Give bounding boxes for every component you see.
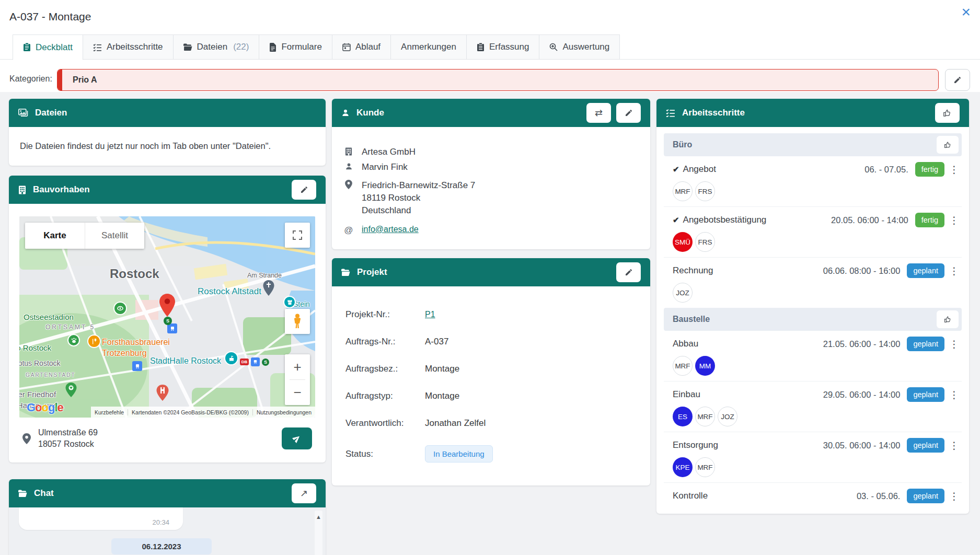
folder-open-icon bbox=[341, 269, 350, 276]
clipboard-icon bbox=[23, 43, 31, 52]
section-title: Büro bbox=[673, 140, 692, 149]
projekt-nr-link[interactable]: P1 bbox=[425, 310, 435, 319]
google-logo[interactable]: Google bbox=[27, 401, 63, 414]
kunde-card-header: Kunde ⇄ bbox=[332, 99, 650, 127]
card-title: Arbeitsschritte bbox=[682, 108, 745, 118]
customer-company: Artesa GmbH bbox=[362, 147, 416, 157]
field-value: Jonathan Zelfel bbox=[425, 418, 486, 429]
destination-pin-icon[interactable] bbox=[159, 294, 175, 319]
step-menu-icon[interactable]: ⋮ bbox=[949, 265, 959, 277]
calendar-icon bbox=[342, 43, 351, 51]
swap-icon: ⇄ bbox=[595, 107, 603, 119]
step-menu-icon[interactable]: ⋮ bbox=[949, 440, 959, 452]
clipboard-list-icon bbox=[477, 43, 485, 52]
step-menu-icon[interactable]: ⋮ bbox=[949, 389, 959, 401]
chat-message-list[interactable]: 20:34 06.12.2023 ▲ bbox=[9, 507, 326, 555]
check-icon: ✔ bbox=[673, 165, 679, 174]
folder-icon bbox=[183, 43, 192, 51]
step-menu-icon[interactable]: ⋮ bbox=[949, 490, 959, 502]
castle-poi-icon[interactable] bbox=[283, 296, 296, 308]
projekt-edit-button[interactable] bbox=[616, 262, 641, 282]
card-title: Chat bbox=[34, 488, 54, 499]
zoom-out-button[interactable]: − bbox=[285, 380, 310, 405]
restaurant-poi-icon[interactable] bbox=[87, 334, 101, 348]
chat-card: Chat ↗ 20:34 06.12.2023 ▲ bbox=[9, 479, 326, 555]
avatar: FRS bbox=[695, 181, 715, 201]
step-menu-icon[interactable]: ⋮ bbox=[949, 338, 959, 350]
approve-all-button[interactable] bbox=[935, 103, 960, 123]
map-type-karte-button[interactable]: Karte bbox=[25, 223, 85, 249]
assignee-avatars: MRF FRS bbox=[673, 181, 959, 201]
status-badge: geplant bbox=[907, 263, 944, 278]
map-label-brauerei: Forsthausbrauerei Trotzenburg bbox=[102, 337, 170, 359]
step-menu-icon[interactable]: ⋮ bbox=[949, 164, 959, 176]
tab-formulare[interactable]: Formulare bbox=[259, 34, 332, 60]
card-title: Projekt bbox=[357, 267, 387, 278]
tab-auswertung[interactable]: Auswertung bbox=[539, 34, 620, 60]
kategorien-value-pill[interactable]: Prio A bbox=[57, 69, 939, 91]
map-data-attribution: Kartendaten ©2024 GeoBasis-DE/BKG (©2009… bbox=[128, 409, 252, 415]
fullscreen-icon[interactable] bbox=[285, 223, 310, 248]
bauvorhaben-edit-button[interactable] bbox=[292, 180, 316, 200]
tab-dateien[interactable]: Dateien (22) bbox=[173, 34, 260, 60]
chat-message-bubble: 20:34 bbox=[19, 507, 183, 530]
thumbs-up-icon bbox=[943, 109, 952, 118]
chat-expand-button[interactable]: ↗ bbox=[292, 483, 316, 503]
step-menu-icon[interactable]: ⋮ bbox=[949, 214, 959, 226]
assignee-avatars: KPE MRF bbox=[673, 457, 959, 477]
step-date: 21.05. 06:00 - 14:00 bbox=[823, 339, 901, 349]
avatar: FRS bbox=[695, 232, 715, 252]
tab-ablauf[interactable]: Ablauf bbox=[332, 34, 391, 60]
projekt-row-auftrag-nr: Auftrags-Nr.: A-037 bbox=[345, 337, 637, 347]
avatar: JOZ bbox=[673, 283, 693, 303]
kategorien-edit-button[interactable] bbox=[945, 69, 970, 91]
map-type-satellit-button[interactable]: Satellit bbox=[85, 223, 144, 249]
map-terms-link[interactable]: Nutzungsbedingungen bbox=[252, 409, 315, 415]
hospital-pin-icon bbox=[156, 385, 169, 403]
transit-station-icon[interactable] bbox=[132, 361, 142, 371]
tab-arbeitsschritte[interactable]: Arbeitsschritte bbox=[83, 34, 174, 60]
bauvorhaben-card-header: Bauvorhaben bbox=[9, 176, 326, 204]
approve-section-button[interactable] bbox=[937, 310, 959, 328]
tab-deckblatt[interactable]: Deckblatt bbox=[13, 34, 83, 60]
tab-anmerkungen[interactable]: Anmerkungen bbox=[390, 34, 467, 60]
sbahn-icon[interactable]: S bbox=[262, 359, 269, 366]
avatar: MRF bbox=[673, 356, 693, 376]
approve-section-button[interactable] bbox=[937, 136, 959, 154]
map-canvas[interactable]: Rostock Rostock Altstadt Am Strande Stei… bbox=[19, 216, 315, 418]
customer-email-link[interactable]: info@artesa.de bbox=[362, 225, 419, 234]
step-date: 30.05. 06:00 - 14:00 bbox=[823, 441, 901, 450]
kunde-switch-button[interactable]: ⇄ bbox=[586, 103, 611, 123]
thumbs-up-icon bbox=[944, 141, 952, 149]
close-icon[interactable]: × bbox=[961, 4, 971, 20]
stadthalle-poi-icon[interactable] bbox=[224, 351, 238, 365]
bauvorhaben-card: Bauvorhaben bbox=[9, 176, 326, 462]
section-baustelle: Baustelle bbox=[664, 308, 962, 331]
map-label-zoo: oo Rostock bbox=[19, 343, 51, 352]
projekt-card: Projekt Projekt-Nr.: P1 Auftrags-Nr.: A-… bbox=[332, 258, 650, 485]
transit-station-icon[interactable] bbox=[251, 357, 260, 366]
navigate-button[interactable] bbox=[282, 427, 312, 449]
step-row-abbau: Abbau 21.05. 06:00 - 14:00 geplant ⋮ MRF… bbox=[664, 331, 962, 381]
zoo-paw-poi-icon[interactable] bbox=[67, 334, 80, 346]
kunde-edit-button[interactable] bbox=[616, 103, 641, 123]
chat-scrollbar[interactable]: ▲ bbox=[315, 511, 322, 555]
pegman-icon[interactable] bbox=[285, 309, 310, 334]
document-icon bbox=[269, 43, 276, 52]
arbeitsschritte-card-header: Arbeitsschritte bbox=[656, 99, 969, 127]
avatar: ES bbox=[673, 407, 693, 426]
zoom-in-button[interactable]: + bbox=[285, 354, 310, 379]
customer-company-row: Artesa GmbH bbox=[343, 147, 639, 157]
kategorien-label: Kategorien: bbox=[9, 74, 52, 84]
db-icon[interactable]: DB bbox=[240, 359, 249, 365]
map-label-am-strande: Am Strande bbox=[247, 272, 282, 279]
map-shortcuts-link[interactable]: Kurzbefehle bbox=[91, 409, 128, 415]
transit-station-icon[interactable] bbox=[167, 323, 177, 333]
step-row-entsorgung: Entsorgung 30.05. 06:00 - 14:00 geplant … bbox=[664, 432, 962, 483]
tab-erfassung[interactable]: Erfassung bbox=[466, 34, 540, 60]
field-label: Auftragstyp: bbox=[345, 391, 425, 401]
assignee-avatars: MRF MM bbox=[673, 356, 959, 376]
map-label-city: Rostock bbox=[110, 267, 159, 281]
stadium-poi-icon[interactable] bbox=[113, 302, 127, 315]
at-icon: @ bbox=[343, 225, 354, 236]
